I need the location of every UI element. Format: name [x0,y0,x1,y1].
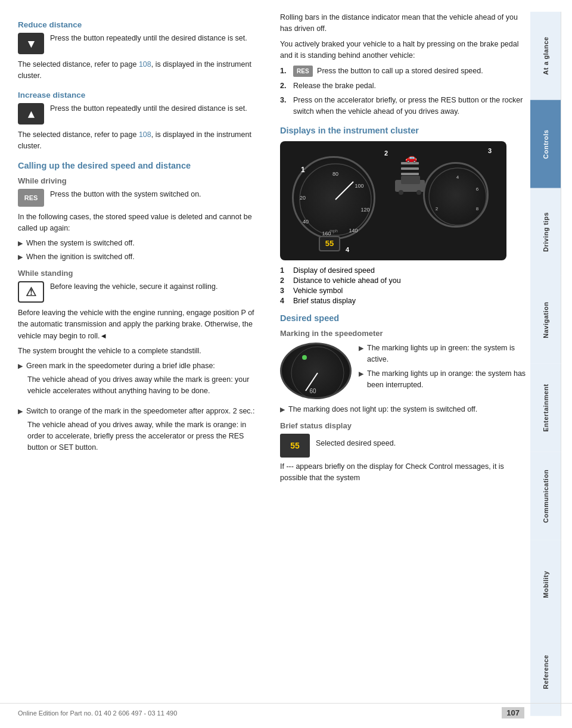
desired-speed-section: Desired speed Marking in the speedometer… [280,313,530,484]
svg-point-15 [399,190,403,195]
list-item: 1. RES Press the button to call up a sto… [280,66,530,77]
while-standing-bullets: ▶ Green mark in the speedometer during a… [18,360,262,459]
cluster-inner: mph 80 100 120 140 160 40 20 [280,141,506,260]
svg-text:1: 1 [301,166,305,174]
res-inline-icon: RES [293,66,313,77]
brief-status-heading: Brief status display [280,421,530,430]
reduce-distance-section: Reduce distance ▾ Press the button repea… [18,20,262,82]
list-item: ▶ When the system is switched off. [18,238,262,249]
list-item: ▶ The marking lights up in green: the sy… [359,343,530,365]
brief-status-desc: Selected desired speed. [316,438,396,449]
svg-text:80: 80 [332,171,338,177]
up-arrow-icon: ▴ [28,107,34,121]
res-button-icon: RES [18,189,44,207]
rolling-bars-text: Rolling bars in the distance indicator m… [280,12,530,35]
calling-up-section: Calling up the desired speed and distanc… [18,161,262,460]
braked-text: You actively braked your vehicle to a ha… [280,39,530,62]
instrument-cluster-image: mph 80 100 120 140 160 40 20 [280,141,506,260]
sidebar-item-controls[interactable]: Controls [530,100,561,188]
reduce-distance-link[interactable]: 108 [139,60,151,69]
list-item: 3. Press on the accelerator briefly, or … [280,95,530,117]
increase-distance-heading: Increase distance [18,91,262,99]
sidebar-item-at-a-glance[interactable]: At a glance [530,12,561,100]
increase-distance-desc: Press the button repeatedly until the de… [50,103,247,114]
svg-text:140: 140 [349,228,358,234]
marking-section: 60 ▶ The marking lights up in green: the… [280,343,530,399]
displays-section: Displays in the instrument cluster mph 8… [280,126,530,305]
while-driving-bullets: ▶ When the system is switched off. ▶ Whe… [18,238,262,263]
brief-status-box: 55 Selected desired speed. [280,434,530,458]
svg-text:40: 40 [303,219,309,225]
increase-distance-note: The selected distance, refer to page 108… [18,129,262,153]
vehicle-symbol: 🚗 [405,152,417,163]
svg-rect-14 [401,176,420,184]
reduce-distance-heading: Reduce distance [18,20,262,29]
marking-text-area: ▶ The marking lights up in green: the sy… [359,343,530,393]
bullet-arrow-icon: ▶ [280,405,285,415]
list-item: ▶ Green mark in the speedometer during a… [18,360,262,403]
svg-text:4: 4 [456,175,459,180]
svg-rect-12 [401,173,419,175]
svg-line-8 [335,182,353,200]
while-driving-note: In the following cases, the stored speed… [18,211,262,235]
page-number: 107 [502,707,524,718]
footer: Online Edition for Part no. 01 40 2 606 … [0,703,572,722]
sidebar-item-mobility[interactable]: Mobility [530,540,561,629]
svg-point-16 [416,190,421,195]
svg-text:120: 120 [360,207,369,213]
warning-icon: ⚠ [18,281,44,303]
right-column: Rolling bars in the distance indicator m… [274,12,530,716]
list-item: ▶ When the ignition is switched off. [18,251,262,263]
while-driving-desc: Press the button with the system switche… [50,189,201,200]
calling-up-heading: Calling up the desired speed and distanc… [18,161,262,170]
final-text: If --- appears briefly on the display fo… [280,461,530,484]
legend-item-1: 1 Display of desired speed [280,266,530,275]
reduce-distance-icon-box: ▾ Press the button repeatedly until the … [18,33,262,54]
svg-point-23 [302,355,307,360]
while-standing-icon-box: ⚠ Before leaving the vehicle, secure it … [18,281,262,303]
speedometer-circle: mph 80 100 120 140 160 40 20 [292,156,375,239]
cluster-label-4: 4 [346,246,349,253]
list-item: 2. Release the brake pedal. [280,80,530,92]
cluster-label-2: 2 [384,150,388,157]
sidebar-item-entertainment[interactable]: Entertainment [530,364,561,452]
while-standing-body2: The system brought the vehicle to a comp… [18,346,262,357]
legend-item-2: 2 Distance to vehicle ahead of you [280,276,530,285]
reduce-distance-icon: ▾ [18,33,44,54]
svg-text:60: 60 [309,388,316,394]
brief-status-section: Brief status display 55 Selected desired… [280,421,530,484]
speed-display-box: 55 [319,236,340,251]
svg-text:8: 8 [476,206,479,211]
list-item: ▶ The marking lights up in orange: the s… [359,368,530,391]
cluster-legend: 1 Display of desired speed 2 Distance to… [280,266,530,305]
while-standing-heading: While standing [18,269,262,278]
sidebar: At a glance Controls Driving tips Naviga… [530,12,561,716]
svg-text:6: 6 [476,186,479,192]
while-driving-heading: While driving [18,176,262,185]
sidebar-item-navigation[interactable]: Navigation [530,276,561,364]
no-light-item: ▶ The marking does not light up: the sys… [280,404,530,415]
sub-bullet-text2: The vehicle ahead of you drives away, wh… [27,419,262,454]
while-standing-body1: Before leaving the vehicle with the engi… [18,307,262,342]
numbered-steps: 1. RES Press the button to call up a sto… [280,66,530,117]
bullet-arrow-icon: ▶ [18,238,23,248]
speedo-svg: 80 100 120 140 160 40 20 1 [294,158,377,241]
while-driving-section: While driving RES Press the button with … [18,176,262,263]
svg-text:20: 20 [300,195,306,201]
status-display-icon: 55 [280,434,310,458]
main-content: Reduce distance ▾ Press the button repea… [0,0,572,728]
sub-bullet-text: The vehicle ahead of you drives away whi… [27,374,262,397]
sidebar-item-communication[interactable]: Communication [530,452,561,540]
rpm-circle: 4 6 8 2 [423,162,489,228]
increase-distance-link[interactable]: 108 [139,130,151,139]
left-column: Reduce distance ▾ Press the button repea… [18,12,274,716]
cluster-label-3: 3 [488,147,492,154]
marking-speedo-svg: 60 [282,344,352,399]
increase-distance-icon: ▴ [18,103,44,125]
legend-item-3: 3 Vehicle symbol [280,287,530,295]
sidebar-item-driving-tips[interactable]: Driving tips [530,188,561,276]
increase-distance-icon-box: ▴ Press the button repeatedly until the … [18,103,262,125]
footer-text: Online Edition for Part no. 01 40 2 606 … [18,710,177,717]
svg-rect-11 [401,167,419,170]
reduce-distance-desc: Press the button repeatedly until the de… [50,33,247,44]
